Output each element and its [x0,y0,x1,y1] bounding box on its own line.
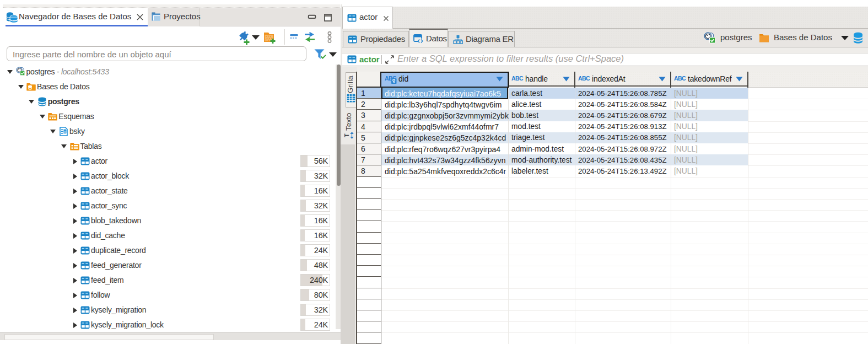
svg-text:ABC: ABC [511,75,524,82]
svg-text:ABC: ABC [674,75,686,82]
svg-text:ABC: ABC [578,75,590,82]
svg-text:T: T [344,133,350,137]
